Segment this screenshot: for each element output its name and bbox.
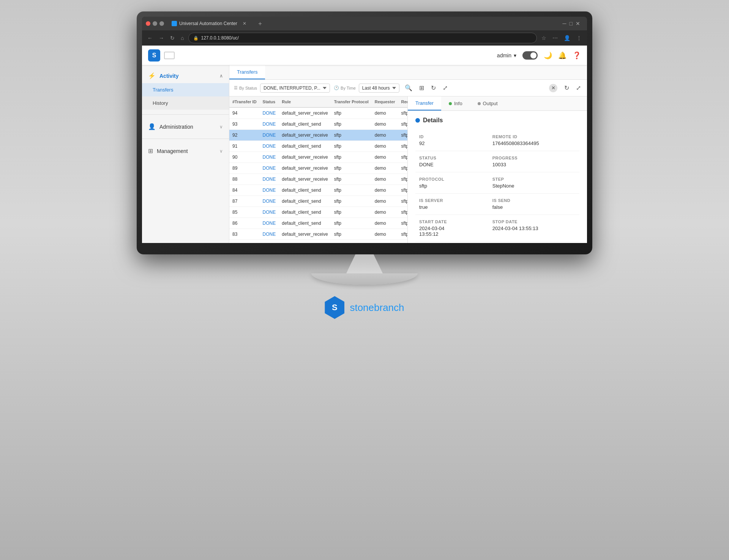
maximize-button-dot[interactable] [159,21,164,26]
status-key: STATUS [419,156,448,160]
restore-window-icon[interactable]: □ [570,21,573,27]
user-label: admin [497,52,511,58]
time-filter-label: 🕐 By Time [334,85,356,90]
cell-status[interactable]: DONE [260,163,279,174]
refresh-button[interactable]: ↻ [429,83,437,93]
close-button-dot[interactable] [146,21,150,26]
cell-status[interactable]: DONE [260,174,279,185]
cell-status[interactable]: DONE [260,229,279,240]
is-server-spacer [452,194,488,215]
extensions-icon[interactable]: ⋯ [551,33,559,43]
cell-protocol: sftp [331,174,372,185]
cell-id: 87 [229,196,260,207]
table-row[interactable]: 93 DONE default_client_send sftp demo sf… [229,119,408,130]
cell-status[interactable]: DONE [260,152,279,163]
table-row[interactable]: 89 DONE default_server_receive sftp demo… [229,163,408,174]
table-row[interactable]: 86 DONE default_client_send sftp demo sf… [229,218,408,229]
cell-protocol: sftp [331,141,372,152]
transfers-tab-label: Transfers [237,69,257,75]
cell-rule: default_server_receive [279,240,331,243]
columns-button[interactable]: ⊞ [418,83,426,93]
split-view: #Transfer ID Status Rule Transfer Protoc… [229,96,587,243]
cell-protocol: sftp [331,119,372,130]
address-bar[interactable]: 🔒 127.0.0.1:8080/uc/ [188,33,537,43]
status-filter-select[interactable]: DONE, INTERRUPTED, P... [260,84,330,93]
tab-close-icon[interactable]: ✕ [243,21,246,26]
bookmark-icon[interactable]: ☆ [540,33,548,43]
stand-neck [342,254,387,273]
table-row[interactable]: 82 DONE default_server_receive sftp demo… [229,240,408,243]
browser-tab[interactable]: Universal Automation Center ✕ [166,19,252,28]
sidebar-item-history[interactable]: History [142,96,229,110]
account-icon[interactable]: 👤 [562,33,572,43]
cell-status[interactable]: DONE [260,130,279,141]
management-icon: ⊞ [148,147,153,155]
close-panel-button[interactable]: ✕ [549,84,557,92]
sidebar-item-transfers[interactable]: Transfers [142,83,229,96]
branding-area: S stonebranch [325,296,404,319]
notifications-icon[interactable]: 🔔 [558,51,566,60]
app-area: S admin ▾ 🌙 🔔 ❓ [142,46,587,243]
cell-status[interactable]: DONE [260,141,279,152]
management-label: Management [157,148,188,154]
cell-status[interactable]: DONE [260,107,279,119]
detail-tab-transfer[interactable]: Transfer [408,96,441,110]
detail-tab-info[interactable]: Info [441,96,470,110]
detail-tab-output[interactable]: Output [470,96,505,110]
table-row[interactable]: 91 DONE default_client_send sftp demo sf… [229,141,408,152]
help-icon[interactable]: ❓ [573,51,581,60]
close-window-icon[interactable]: ✕ [576,21,580,27]
cell-id: 93 [229,119,260,130]
menu-icon[interactable]: ⋮ [575,33,583,43]
col-rule: Rule [279,96,331,107]
table-row[interactable]: 87 DONE default_client_send sftp demo sf… [229,196,408,207]
remote-id-key: REMOTE ID [492,134,539,139]
detail-fullscreen-button[interactable]: ⤢ [574,83,582,93]
table-row[interactable]: 85 DONE default_client_send sftp demo sf… [229,207,408,218]
add-tab-icon[interactable]: ＋ [257,20,263,28]
cell-id: 86 [229,218,260,229]
time-filter-select[interactable]: Last 48 hours [359,84,399,93]
forward-button[interactable]: → [157,33,166,43]
table-row[interactable]: 83 DONE default_server_receive sftp demo… [229,229,408,240]
progress-value: 10033 [492,162,539,167]
transfers-table: #Transfer ID Status Rule Transfer Protoc… [229,96,408,243]
user-menu[interactable]: admin ▾ [497,52,516,58]
cell-status[interactable]: DONE [260,240,279,243]
cell-requester: demo [372,163,398,174]
tab-transfers[interactable]: Transfers [229,65,265,79]
minimize-button-dot[interactable] [153,21,157,26]
table-row[interactable]: 92 DONE default_server_receive sftp demo… [229,130,408,141]
cell-rule: default_server_receive [279,130,331,141]
table-row[interactable]: 94 DONE default_server_receive sftp demo… [229,107,408,119]
table-row[interactable]: 90 DONE default_server_receive sftp demo… [229,152,408,163]
cell-status[interactable]: DONE [260,196,279,207]
dark-mode-toggle[interactable] [522,51,538,60]
table-row[interactable]: 88 DONE default_server_receive sftp demo… [229,174,408,185]
management-chevron-icon: ∨ [219,148,223,154]
info-dot-icon [449,102,452,105]
cell-status[interactable]: DONE [260,119,279,130]
back-button[interactable]: ← [146,33,154,43]
cell-status[interactable]: DONE [260,218,279,229]
detail-refresh-button[interactable]: ↻ [563,83,571,93]
sidebar-item-management[interactable]: ⊞ Management ∨ [142,144,229,158]
sidebar-item-activity[interactable]: ⚡ Activity ∧ [142,68,229,83]
reload-button[interactable]: ↻ [169,33,176,43]
cell-status[interactable]: DONE [260,185,279,196]
activity-icon: ⚡ [148,72,156,79]
table-row[interactable]: 84 DONE default_client_send sftp demo sf… [229,185,408,196]
transfers-label: Transfers [153,87,173,93]
cell-protocol: sftp [331,152,372,163]
home-button[interactable]: ⌂ [179,33,185,43]
start-date-value: 2024-03-04 13:55:12 [419,226,448,237]
step-value: StepNone [492,183,539,189]
search-button[interactable]: 🔍 [403,83,414,93]
filter-icon: ☰ [234,85,238,90]
col-requested: Requested [398,96,408,107]
status-filter-label: ☰ By Status [234,85,257,90]
cell-status[interactable]: DONE [260,207,279,218]
sidebar-item-administration[interactable]: 👤 Administration ∨ [142,119,229,134]
fullscreen-button[interactable]: ⤢ [441,83,449,93]
minimize-window-icon[interactable]: ─ [563,21,566,27]
